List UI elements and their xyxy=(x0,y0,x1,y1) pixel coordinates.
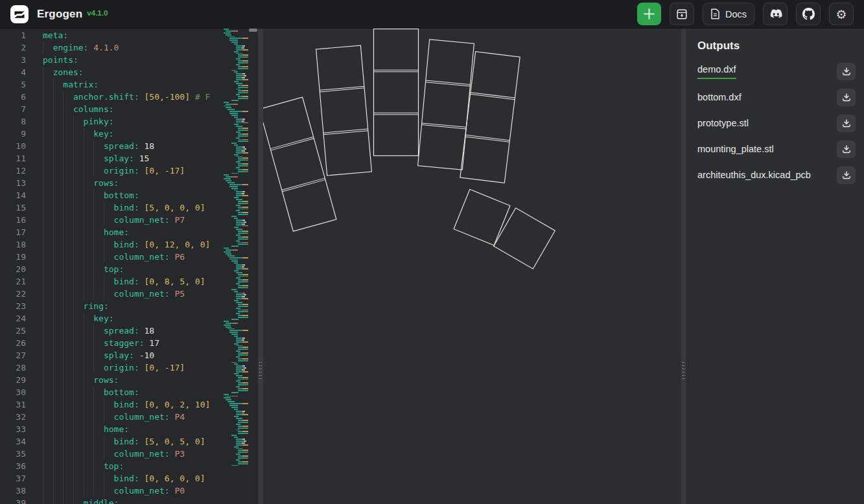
line-number: 39 xyxy=(0,497,26,504)
indent-guide xyxy=(53,497,54,504)
github-icon xyxy=(802,8,815,20)
key-column-pinky xyxy=(263,97,336,231)
indent-guide xyxy=(104,411,104,423)
settings-button[interactable]: ⚙ xyxy=(829,3,854,25)
indent-guide xyxy=(53,177,54,189)
indent-guide xyxy=(93,189,94,201)
indent-guide xyxy=(53,460,54,472)
indent-guide xyxy=(73,349,74,361)
indent-guide xyxy=(93,448,94,460)
code-line: 33 home: xyxy=(0,423,220,435)
preview-outputs-resize-handle[interactable] xyxy=(681,29,686,504)
indent-guide xyxy=(53,349,54,361)
code-line: 34 bind: [5, 0, 5, 0] xyxy=(0,435,220,448)
code-line: 4 zones: xyxy=(0,66,220,78)
github-button[interactable] xyxy=(796,3,821,25)
indent-guide xyxy=(93,337,94,349)
indent-guide xyxy=(73,485,74,497)
code-line: 6 anchor.shift: [50,-100] # F xyxy=(0,91,220,103)
indent-guide xyxy=(84,214,84,226)
code-line: 35 column_net: P3 xyxy=(0,448,220,460)
indent-guide xyxy=(63,472,64,485)
output-item[interactable]: bottom.dxf xyxy=(697,92,741,102)
download-button[interactable] xyxy=(837,63,856,80)
indent-guide xyxy=(84,325,84,337)
indent-guide xyxy=(84,349,84,361)
indent-guide xyxy=(63,201,64,214)
indent-guide xyxy=(93,201,94,214)
code-text: bind: [5, 0, 5, 0] xyxy=(43,437,205,446)
download-button[interactable] xyxy=(837,166,856,184)
indent-guide xyxy=(63,435,64,448)
code-line: 22 column_net: P5 xyxy=(0,288,220,300)
indent-guide xyxy=(43,263,43,275)
indent-guide xyxy=(53,374,54,386)
download-button[interactable] xyxy=(837,115,856,132)
output-item[interactable]: prototype.stl xyxy=(697,118,749,128)
code-line: 25 spread: 18 xyxy=(0,325,220,337)
indent-guide xyxy=(84,423,84,435)
line-number: 24 xyxy=(0,312,26,325)
indent-guide xyxy=(84,128,84,140)
line-number: 23 xyxy=(0,300,26,312)
line-number: 16 xyxy=(0,214,26,226)
discord-button[interactable] xyxy=(763,3,788,25)
editor-scrollbar-thumb[interactable] xyxy=(249,29,257,32)
code-text: column_net: P0 xyxy=(43,486,185,496)
code-text: points: xyxy=(43,55,78,65)
indent-guide xyxy=(43,78,43,91)
indent-guide xyxy=(93,263,94,275)
line-number: 34 xyxy=(0,435,26,448)
indent-guide xyxy=(104,485,104,497)
output-item[interactable]: architeuthis_dux.kicad_pcb xyxy=(697,170,811,180)
indent-guide xyxy=(63,165,64,177)
download-button[interactable] xyxy=(837,141,856,158)
indent-guide xyxy=(73,251,74,263)
indent-guide xyxy=(73,201,74,214)
code-line: 24 key: xyxy=(0,312,220,325)
indent-guide xyxy=(84,386,84,398)
indent-guide xyxy=(93,152,94,165)
indent-guide xyxy=(63,460,64,472)
download-button[interactable] xyxy=(837,89,856,106)
code-text: middle: xyxy=(43,498,119,504)
line-number: 14 xyxy=(0,189,26,201)
inject-footprint-button[interactable] xyxy=(670,3,694,25)
indent-guide xyxy=(73,300,74,312)
line-number: 29 xyxy=(0,374,26,386)
code-text: matrix: xyxy=(43,80,99,89)
document-icon xyxy=(710,8,720,19)
indent-guide xyxy=(53,300,54,312)
output-item-active[interactable]: demo.dxf xyxy=(697,64,736,79)
indent-guide xyxy=(73,165,74,177)
output-item[interactable]: mounting_plate.stl xyxy=(697,144,774,154)
code-line: 10 spread: 18 xyxy=(0,140,220,152)
indent-guide xyxy=(93,386,94,398)
code-text: bind: [0, 6, 0, 0] xyxy=(43,474,205,483)
code-line: 17 home: xyxy=(0,226,220,238)
line-number: 2 xyxy=(0,41,26,54)
editor-minimap[interactable] xyxy=(224,29,248,504)
indent-guide xyxy=(93,251,94,263)
code-line: 18 bind: [0, 12, 0, 0] xyxy=(0,238,220,251)
header: Ergogen v4.1.0 Docs ⚙ xyxy=(0,0,864,29)
indent-guide xyxy=(43,411,43,423)
indent-guide xyxy=(53,485,54,497)
config-code-editor[interactable]: 1meta:2 engine: 4.1.03points:4 zones:5 m… xyxy=(0,29,258,504)
line-number: 30 xyxy=(0,386,26,398)
indent-guide xyxy=(43,251,43,263)
new-config-button[interactable] xyxy=(637,3,661,25)
indent-guide xyxy=(43,66,43,78)
indent-guide xyxy=(53,128,54,140)
indent-guide xyxy=(43,103,43,115)
indent-guide xyxy=(43,214,43,226)
code-line: 3points: xyxy=(0,54,220,66)
indent-guide xyxy=(73,128,74,140)
indent-guide xyxy=(73,189,74,201)
docs-button[interactable]: Docs xyxy=(703,3,754,25)
editor-preview-resize-handle[interactable] xyxy=(258,29,263,504)
gear-icon: ⚙ xyxy=(835,7,846,21)
docs-button-label: Docs xyxy=(725,9,747,19)
line-number: 25 xyxy=(0,325,26,337)
version-badge: v4.1.0 xyxy=(87,9,108,17)
